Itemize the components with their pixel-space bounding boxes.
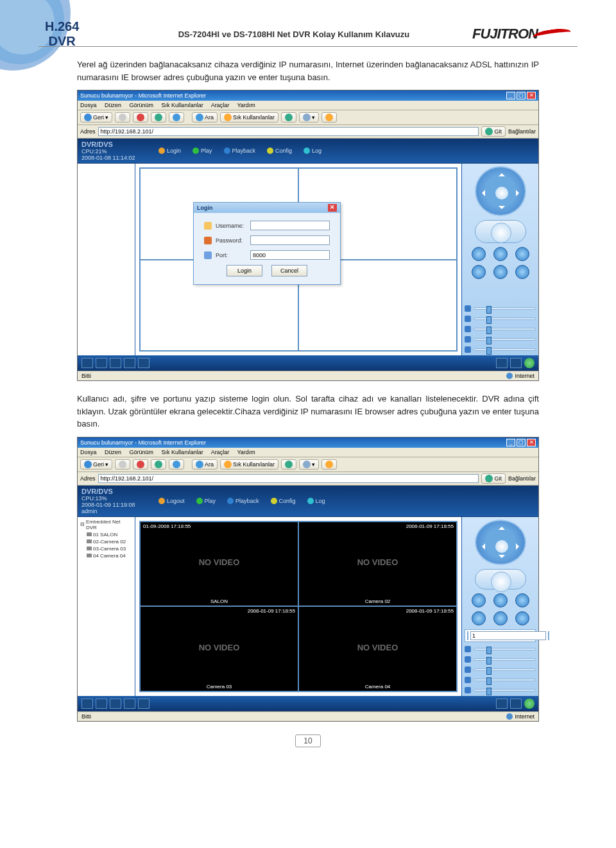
contrast-slider[interactable] [465,326,536,332]
history-button[interactable] [281,459,296,470]
snapshot-button[interactable] [496,358,508,368]
menu-fav[interactable]: Sık Kullanılanlar [162,102,203,108]
tree-root[interactable]: ⊟ Embedded Net DVR [79,518,133,531]
menu-file[interactable]: Dosya [80,102,97,108]
refresh-button[interactable] [151,459,166,470]
tree-ch3[interactable]: 03-Camera 03 [79,545,133,552]
username-input[interactable] [250,221,330,230]
layout-1-button[interactable] [81,699,93,709]
zoom-knob[interactable] [472,247,486,261]
grid-cell-3[interactable]: 2008-01-09 17:18:55 NO VIDEO Camera 03 [140,606,298,691]
tab-play[interactable]: Play [193,148,212,154]
stop-button[interactable] [133,112,148,123]
menu-view[interactable]: Görünüm [130,102,154,108]
menu-help[interactable]: Yardım [237,449,255,455]
brightness-slider[interactable] [465,656,536,663]
menu-tools[interactable]: Araçlar [211,102,230,108]
knob[interactable] [515,265,529,279]
print-button[interactable] [321,112,337,123]
iris-knob[interactable] [515,247,529,261]
knob[interactable] [515,611,529,625]
knob[interactable] [472,611,486,625]
go-button[interactable]: Git [481,126,506,137]
stop-button[interactable] [133,459,148,470]
snapshot-button[interactable] [496,699,508,709]
layout-16-button[interactable] [124,699,135,709]
saturation-slider[interactable] [465,346,536,353]
login-close-button[interactable]: ✕ [328,204,337,212]
iris-knob[interactable] [515,593,529,607]
volume-slider[interactable] [465,646,536,652]
layout-1-button[interactable] [81,358,93,368]
tab-play[interactable]: Play [196,498,216,504]
close-button[interactable]: ✕ [527,92,536,99]
layout-4-button[interactable] [96,699,107,709]
minimize-button[interactable]: _ [506,92,515,99]
mail-button[interactable]: ▾ [299,459,319,470]
jog-wheel[interactable] [475,220,526,242]
favs-button[interactable]: Sık Kullanılanlar [220,459,278,470]
maximize-button[interactable]: ▢ [517,92,526,99]
tab-login[interactable]: Login [158,148,181,154]
hue-slider[interactable] [465,336,536,343]
tree-ch1[interactable]: 01 SALON [79,531,133,538]
address-input[interactable] [98,127,479,136]
tab-playback[interactable]: Playback [227,498,259,504]
login-ok-button[interactable]: Login [227,265,262,276]
ptz-dpad[interactable] [475,520,526,565]
menu-fav[interactable]: Sık Kullanılanlar [162,449,203,455]
forward-button[interactable] [115,459,130,470]
print-button[interactable] [321,459,337,470]
links-label[interactable]: Bağlantılar [508,128,536,135]
layout-25-button[interactable] [138,699,150,709]
knob[interactable] [493,265,508,279]
tab-logout[interactable]: Logout [158,498,185,504]
play-all-button[interactable] [524,358,535,368]
record-button[interactable] [510,699,522,709]
tab-config[interactable]: Config [271,498,296,504]
password-input[interactable] [250,235,330,245]
menu-edit[interactable]: Düzen [105,102,121,108]
mail-button[interactable]: ▾ [299,112,319,123]
tab-log[interactable]: Log [307,498,325,504]
menu-help[interactable]: Yardım [237,102,255,108]
links-label[interactable]: Bağlantılar [508,475,536,482]
refresh-button[interactable] [151,112,166,123]
jog-wheel[interactable] [475,569,526,589]
layout-9-button[interactable] [110,358,121,368]
layout-25-button[interactable] [138,358,150,368]
tree-ch4[interactable]: 04 Camera 04 [79,552,133,559]
back-button[interactable]: Geri ▾ [80,459,112,470]
preset-input[interactable] [470,631,546,640]
focus-knob[interactable] [493,247,508,261]
ptz-dpad[interactable] [475,166,526,216]
forward-button[interactable] [115,112,130,123]
preset-prev-button[interactable] [467,631,468,640]
address-input[interactable] [98,474,479,483]
tree-ch2[interactable]: 02-Camera 02 [79,538,133,545]
knob[interactable] [493,611,508,625]
login-cancel-button[interactable]: Cancel [271,265,307,276]
search-button[interactable]: Ara [192,459,218,470]
grid-cell-2[interactable]: 2008-01-09 17:18:55 NO VIDEO Camera 02 [298,522,457,607]
minimize-button[interactable]: _ [506,439,515,446]
tab-playback[interactable]: Playback [224,148,256,154]
layout-9-button[interactable] [110,699,121,709]
tab-log[interactable]: Log [304,148,321,154]
contrast-slider[interactable] [465,666,536,673]
close-button[interactable]: ✕ [527,439,536,446]
menu-view[interactable]: Görünüm [130,449,154,455]
menu-edit[interactable]: Düzen [105,449,121,455]
menu-tools[interactable]: Araçlar [211,449,230,455]
grid-cell-1[interactable]: 01-09-2008 17:18:55 NO VIDEO SALON [140,522,298,607]
grid-cell-4[interactable]: 2008-01-09 17:18:55 NO VIDEO Camera 04 [298,606,457,691]
play-all-button[interactable] [524,699,535,709]
home-button[interactable] [169,112,184,123]
volume-slider[interactable] [465,305,536,312]
favs-button[interactable]: Sık Kullanılanlar [220,112,278,123]
maximize-button[interactable]: ▢ [517,439,526,446]
layout-4-button[interactable] [96,358,107,368]
search-button[interactable]: Ara [192,112,218,123]
preset-next-button[interactable] [548,631,549,640]
go-button[interactable]: Git [481,473,506,484]
